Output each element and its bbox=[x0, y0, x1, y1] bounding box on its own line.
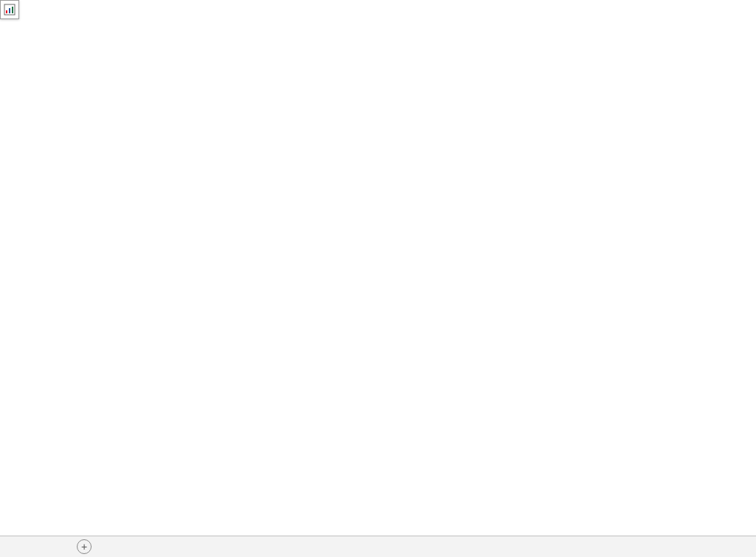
svg-rect-3 bbox=[12, 7, 13, 13]
sheet-tabs-bar: + bbox=[0, 536, 756, 557]
spreadsheet-viewport: + bbox=[0, 0, 756, 557]
svg-rect-2 bbox=[9, 8, 10, 13]
svg-rect-1 bbox=[6, 10, 7, 13]
quick-analysis-icon bbox=[4, 4, 16, 16]
add-sheet-button[interactable]: + bbox=[77, 539, 92, 554]
quick-analysis-button[interactable] bbox=[0, 0, 19, 19]
